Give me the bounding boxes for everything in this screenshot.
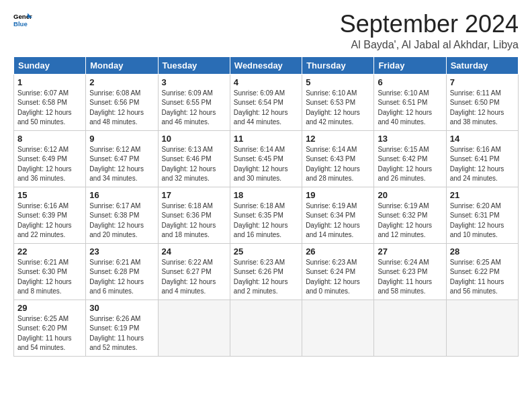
day-number: 15 xyxy=(17,190,82,200)
day-number: 25 xyxy=(234,246,298,257)
calendar-day: 17Sunrise: 6:18 AMSunset: 6:36 PMDayligh… xyxy=(158,187,230,243)
day-info: Sunrise: 6:18 AMSunset: 6:36 PMDaylight:… xyxy=(162,202,216,239)
day-info: Sunrise: 6:25 AMSunset: 6:20 PMDaylight:… xyxy=(17,315,72,352)
day-number: 3 xyxy=(162,77,226,87)
day-info: Sunrise: 6:12 AMSunset: 6:49 PMDaylight:… xyxy=(17,146,72,183)
day-of-week-header: Saturday xyxy=(446,56,518,74)
day-of-week-header: Wednesday xyxy=(230,56,302,74)
day-number: 26 xyxy=(306,246,370,257)
day-info: Sunrise: 6:25 AMSunset: 6:22 PMDaylight:… xyxy=(450,259,504,295)
calendar-day: 18Sunrise: 6:18 AMSunset: 6:35 PMDayligh… xyxy=(230,187,302,243)
day-number: 2 xyxy=(89,77,154,87)
day-info: Sunrise: 6:23 AMSunset: 6:24 PMDaylight:… xyxy=(306,259,360,295)
location-title: Al Bayda', Al Jabal al Akhdar, Libya xyxy=(340,39,519,51)
day-info: Sunrise: 6:12 AMSunset: 6:47 PMDaylight:… xyxy=(89,146,144,183)
day-info: Sunrise: 6:21 AMSunset: 6:30 PMDaylight:… xyxy=(17,259,72,295)
calendar-day: 28Sunrise: 6:25 AMSunset: 6:22 PMDayligh… xyxy=(446,243,518,300)
calendar-day: 27Sunrise: 6:24 AMSunset: 6:23 PMDayligh… xyxy=(374,243,446,300)
calendar-day: 5Sunrise: 6:10 AMSunset: 6:53 PMDaylight… xyxy=(302,74,374,130)
day-number: 27 xyxy=(378,246,442,257)
day-number: 1 xyxy=(17,77,82,87)
day-info: Sunrise: 6:24 AMSunset: 6:23 PMDaylight:… xyxy=(378,259,432,295)
calendar-day: 11Sunrise: 6:14 AMSunset: 6:45 PMDayligh… xyxy=(230,130,302,187)
day-info: Sunrise: 6:16 AMSunset: 6:41 PMDaylight:… xyxy=(450,146,504,183)
calendar-day xyxy=(374,300,446,356)
calendar-day: 30Sunrise: 6:26 AMSunset: 6:19 PMDayligh… xyxy=(86,300,158,356)
day-number: 19 xyxy=(306,190,370,200)
day-info: Sunrise: 6:19 AMSunset: 6:32 PMDaylight:… xyxy=(378,202,432,239)
calendar-day: 13Sunrise: 6:15 AMSunset: 6:42 PMDayligh… xyxy=(374,130,446,187)
calendar-day: 4Sunrise: 6:09 AMSunset: 6:54 PMDaylight… xyxy=(230,74,302,130)
calendar-day xyxy=(302,300,374,356)
calendar-day xyxy=(446,300,518,356)
day-info: Sunrise: 6:22 AMSunset: 6:27 PMDaylight:… xyxy=(162,259,216,295)
day-of-week-header: Tuesday xyxy=(158,56,230,74)
day-info: Sunrise: 6:16 AMSunset: 6:39 PMDaylight:… xyxy=(17,202,72,239)
day-info: Sunrise: 6:07 AMSunset: 6:58 PMDaylight:… xyxy=(17,89,72,126)
calendar-day: 19Sunrise: 6:19 AMSunset: 6:34 PMDayligh… xyxy=(302,187,374,243)
day-number: 11 xyxy=(234,134,298,144)
day-number: 9 xyxy=(89,134,154,144)
calendar-day xyxy=(230,300,302,356)
calendar-day: 15Sunrise: 6:16 AMSunset: 6:39 PMDayligh… xyxy=(14,187,86,243)
calendar-day: 3Sunrise: 6:09 AMSunset: 6:55 PMDaylight… xyxy=(158,74,230,130)
day-number: 16 xyxy=(89,190,154,200)
calendar-day xyxy=(158,300,230,356)
day-info: Sunrise: 6:09 AMSunset: 6:54 PMDaylight:… xyxy=(234,89,288,126)
calendar-day: 7Sunrise: 6:11 AMSunset: 6:50 PMDaylight… xyxy=(446,74,518,130)
day-info: Sunrise: 6:21 AMSunset: 6:28 PMDaylight:… xyxy=(89,259,144,295)
day-number: 28 xyxy=(450,246,515,257)
day-info: Sunrise: 6:10 AMSunset: 6:53 PMDaylight:… xyxy=(306,89,360,126)
day-info: Sunrise: 6:08 AMSunset: 6:56 PMDaylight:… xyxy=(89,89,144,126)
calendar-day: 2Sunrise: 6:08 AMSunset: 6:56 PMDaylight… xyxy=(86,74,158,130)
day-number: 14 xyxy=(450,134,515,144)
day-info: Sunrise: 6:15 AMSunset: 6:42 PMDaylight:… xyxy=(378,146,432,183)
calendar-day: 20Sunrise: 6:19 AMSunset: 6:32 PMDayligh… xyxy=(374,187,446,243)
calendar-day: 9Sunrise: 6:12 AMSunset: 6:47 PMDaylight… xyxy=(86,130,158,187)
title-block: September 2024 Al Bayda', Al Jabal al Ak… xyxy=(340,11,519,51)
day-info: Sunrise: 6:10 AMSunset: 6:51 PMDaylight:… xyxy=(378,89,432,126)
day-of-week-header: Thursday xyxy=(302,56,374,74)
calendar-day: 8Sunrise: 6:12 AMSunset: 6:49 PMDaylight… xyxy=(14,130,86,187)
calendar-day: 21Sunrise: 6:20 AMSunset: 6:31 PMDayligh… xyxy=(446,187,518,243)
calendar-day: 25Sunrise: 6:23 AMSunset: 6:26 PMDayligh… xyxy=(230,243,302,300)
logo: General Blue xyxy=(13,11,32,30)
day-number: 24 xyxy=(162,246,226,257)
day-of-week-header: Monday xyxy=(86,56,158,74)
day-info: Sunrise: 6:09 AMSunset: 6:55 PMDaylight:… xyxy=(162,89,216,126)
day-number: 4 xyxy=(234,77,298,87)
calendar-day: 29Sunrise: 6:25 AMSunset: 6:20 PMDayligh… xyxy=(14,300,86,356)
calendar-day: 16Sunrise: 6:17 AMSunset: 6:38 PMDayligh… xyxy=(86,187,158,243)
day-of-week-header: Sunday xyxy=(14,56,86,74)
calendar: SundayMondayTuesdayWednesdayThursdayFrid… xyxy=(13,56,519,357)
calendar-day: 6Sunrise: 6:10 AMSunset: 6:51 PMDaylight… xyxy=(374,74,446,130)
day-number: 7 xyxy=(450,77,515,87)
day-number: 17 xyxy=(162,190,226,200)
day-number: 12 xyxy=(306,134,370,144)
day-number: 10 xyxy=(162,134,226,144)
calendar-day: 22Sunrise: 6:21 AMSunset: 6:30 PMDayligh… xyxy=(14,243,86,300)
calendar-day: 14Sunrise: 6:16 AMSunset: 6:41 PMDayligh… xyxy=(446,130,518,187)
svg-text:Blue: Blue xyxy=(13,20,28,28)
day-number: 20 xyxy=(378,190,442,200)
calendar-day: 26Sunrise: 6:23 AMSunset: 6:24 PMDayligh… xyxy=(302,243,374,300)
calendar-day: 12Sunrise: 6:14 AMSunset: 6:43 PMDayligh… xyxy=(302,130,374,187)
day-number: 6 xyxy=(378,77,442,87)
day-number: 30 xyxy=(89,303,154,313)
day-number: 23 xyxy=(89,246,154,257)
calendar-day: 23Sunrise: 6:21 AMSunset: 6:28 PMDayligh… xyxy=(86,243,158,300)
day-info: Sunrise: 6:18 AMSunset: 6:35 PMDaylight:… xyxy=(234,202,288,239)
day-number: 5 xyxy=(306,77,370,87)
day-number: 8 xyxy=(17,134,82,144)
day-of-week-header: Friday xyxy=(374,56,446,74)
day-number: 29 xyxy=(17,303,82,313)
logo-icon: General Blue xyxy=(13,11,32,30)
day-info: Sunrise: 6:14 AMSunset: 6:45 PMDaylight:… xyxy=(234,146,288,183)
calendar-day: 1Sunrise: 6:07 AMSunset: 6:58 PMDaylight… xyxy=(14,74,86,130)
day-info: Sunrise: 6:17 AMSunset: 6:38 PMDaylight:… xyxy=(89,202,144,239)
day-info: Sunrise: 6:13 AMSunset: 6:46 PMDaylight:… xyxy=(162,146,216,183)
day-number: 21 xyxy=(450,190,515,200)
day-info: Sunrise: 6:23 AMSunset: 6:26 PMDaylight:… xyxy=(234,259,288,295)
calendar-day: 10Sunrise: 6:13 AMSunset: 6:46 PMDayligh… xyxy=(158,130,230,187)
day-number: 22 xyxy=(17,246,82,257)
